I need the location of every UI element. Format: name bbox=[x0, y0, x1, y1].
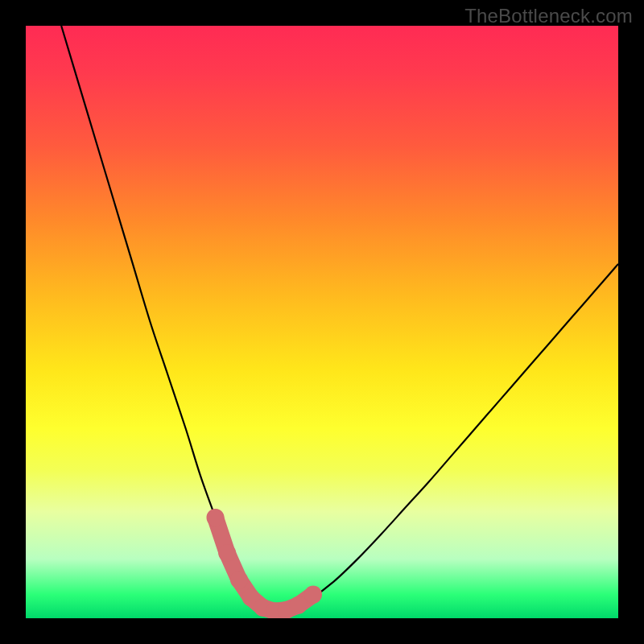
marker-point bbox=[207, 509, 225, 526]
plot-area bbox=[26, 26, 618, 618]
chart-svg bbox=[26, 26, 618, 618]
chart-frame: TheBottleneck.com bbox=[0, 0, 644, 644]
marker-point bbox=[290, 597, 308, 614]
marker-point bbox=[304, 586, 322, 604]
marker-point bbox=[218, 544, 236, 562]
marker-point bbox=[230, 571, 248, 588]
bottleneck-curve bbox=[61, 26, 618, 611]
watermark-text: TheBottleneck.com bbox=[464, 5, 633, 27]
marker-group bbox=[207, 509, 323, 618]
